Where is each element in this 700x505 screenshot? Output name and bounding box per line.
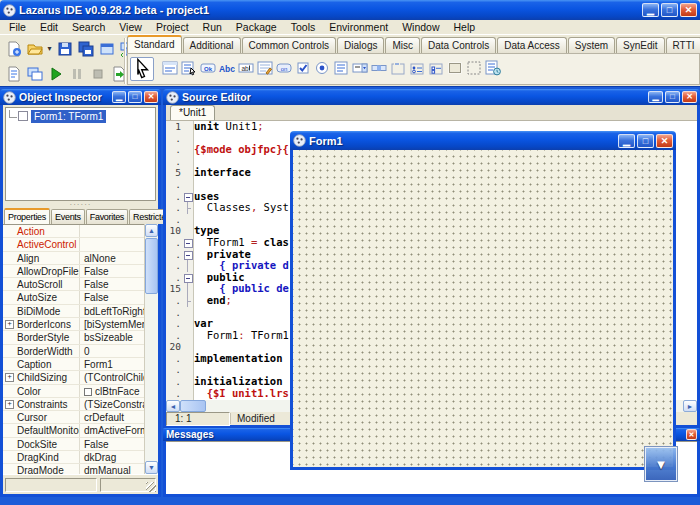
property-value[interactable]: bdLeftToRight bbox=[79, 305, 144, 317]
property-value[interactable]: False bbox=[79, 278, 144, 290]
menu-package[interactable]: Package bbox=[229, 21, 284, 33]
close-button[interactable]: ✕ bbox=[144, 91, 158, 103]
menu-window[interactable]: Window bbox=[395, 21, 446, 33]
menu-environment[interactable]: Environment bbox=[322, 21, 395, 33]
palette-tab-standard[interactable]: Standard bbox=[127, 35, 182, 53]
property-value[interactable] bbox=[79, 238, 144, 250]
component-tlistbox-icon[interactable] bbox=[331, 58, 350, 78]
component-tbutton-icon[interactable]: Ok bbox=[198, 58, 217, 78]
component-tframe-icon[interactable] bbox=[464, 58, 483, 78]
scroll-left-button[interactable]: ◄ bbox=[166, 400, 180, 412]
property-row-defaultmonitor[interactable]: DefaultMonitordmActiveForm bbox=[3, 424, 144, 437]
property-value[interactable]: False bbox=[79, 265, 144, 277]
component-tlabel-icon[interactable]: Abc bbox=[217, 58, 236, 78]
property-row-cursor[interactable]: CursorcrDefault bbox=[3, 411, 144, 424]
save-button[interactable] bbox=[54, 38, 75, 59]
expand-icon[interactable]: + bbox=[5, 373, 14, 382]
property-row-borderstyle[interactable]: BorderStylebsSizeable bbox=[3, 331, 144, 344]
component-tgroupbox-icon[interactable] bbox=[388, 58, 407, 78]
new-form-button[interactable] bbox=[96, 38, 117, 59]
scrollbar-thumb[interactable] bbox=[145, 238, 158, 294]
menu-file[interactable]: File bbox=[2, 21, 33, 33]
property-value[interactable]: [biSystemMenu,biM bbox=[79, 318, 144, 330]
new-unit-button[interactable] bbox=[3, 38, 24, 59]
close-button[interactable]: ✕ bbox=[680, 3, 697, 17]
maximize-button[interactable]: □ bbox=[665, 91, 680, 103]
property-row-caption[interactable]: CaptionForm1 bbox=[3, 358, 144, 371]
palette-tab-additional[interactable]: Additional bbox=[183, 37, 241, 53]
expand-icon[interactable]: + bbox=[5, 400, 14, 409]
palette-tab-rtti[interactable]: RTTI bbox=[666, 37, 700, 53]
object-inspector-titlebar[interactable]: Object Inspector ▁ □ ✕ bbox=[0, 89, 161, 105]
property-row-autoscroll[interactable]: AutoScrollFalse bbox=[3, 278, 144, 291]
property-row-borderwidth[interactable]: BorderWidth0 bbox=[3, 345, 144, 358]
component-tactionlist-icon[interactable] bbox=[483, 58, 502, 78]
selection-tool-button[interactable] bbox=[130, 57, 154, 81]
tab-unit1[interactable]: *Unit1 bbox=[170, 105, 215, 120]
component-tradiobutton-icon[interactable] bbox=[312, 58, 331, 78]
fold-marker-icon[interactable] bbox=[183, 191, 194, 203]
component-tedit-icon[interactable]: ab bbox=[236, 58, 255, 78]
property-row-dragmode[interactable]: DragModedmManual bbox=[3, 464, 144, 474]
component-tscrollbar-icon[interactable] bbox=[369, 58, 388, 78]
scrollbar-thumb[interactable] bbox=[180, 400, 206, 412]
scroll-up-button[interactable]: ▲ bbox=[145, 224, 158, 237]
property-value[interactable]: alNone bbox=[79, 252, 144, 264]
property-row-align[interactable]: AlignalNone bbox=[3, 252, 144, 265]
scroll-down-button[interactable]: ▼ bbox=[145, 461, 158, 474]
minimize-button[interactable]: ▁ bbox=[618, 134, 635, 148]
scroll-down-overlay-button[interactable]: ▼ bbox=[645, 447, 677, 481]
view-units-button[interactable] bbox=[3, 63, 24, 84]
property-value[interactable]: (TControlChildSizin bbox=[79, 371, 144, 383]
resize-grip[interactable] bbox=[146, 482, 156, 492]
view-forms-button[interactable] bbox=[24, 63, 45, 84]
run-button[interactable] bbox=[45, 63, 66, 84]
component-tcombobox-icon[interactable] bbox=[350, 58, 369, 78]
property-row-autosize[interactable]: AutoSizeFalse bbox=[3, 291, 144, 304]
property-row-childsizing[interactable]: ChildSizing+(TControlChildSizin bbox=[3, 371, 144, 384]
minimize-button[interactable]: ▁ bbox=[112, 91, 126, 103]
property-value[interactable]: bsSizeable bbox=[79, 331, 144, 343]
component-tree[interactable]: Form1: TForm1 bbox=[5, 107, 156, 201]
form1-titlebar[interactable]: Form1 ▁ □ ✕ bbox=[290, 131, 676, 150]
component-tcheckgroup-icon[interactable] bbox=[426, 58, 445, 78]
component-tradiogroup-icon[interactable] bbox=[407, 58, 426, 78]
oi-tab-events[interactable]: Events bbox=[51, 209, 85, 224]
oi-tab-favorites[interactable]: Favorites bbox=[86, 209, 128, 224]
fold-marker-icon[interactable] bbox=[183, 249, 194, 261]
oi-tab-properties[interactable]: Properties bbox=[4, 208, 50, 224]
maximize-button[interactable]: □ bbox=[661, 3, 678, 17]
palette-tab-system[interactable]: System bbox=[568, 37, 615, 53]
component-tpanel-icon[interactable] bbox=[445, 58, 464, 78]
close-button[interactable]: ✕ bbox=[686, 429, 697, 440]
menu-project[interactable]: Project bbox=[149, 21, 196, 33]
component-tmemo-icon[interactable] bbox=[255, 58, 274, 78]
property-grid[interactable]: ActionActiveControlAlignalNoneAllowDropF… bbox=[3, 224, 144, 474]
property-value[interactable]: False bbox=[79, 438, 144, 450]
form-design-surface[interactable] bbox=[293, 150, 673, 467]
palette-tab-data-controls[interactable]: Data Controls bbox=[421, 37, 496, 53]
maximize-button[interactable]: □ bbox=[128, 91, 142, 103]
menu-help[interactable]: Help bbox=[447, 21, 483, 33]
property-value[interactable]: 0 bbox=[79, 345, 144, 357]
component-tcheckbox-icon[interactable] bbox=[293, 58, 312, 78]
property-row-docksite[interactable]: DockSiteFalse bbox=[3, 438, 144, 451]
property-row-allowdropfiles[interactable]: AllowDropFilesFalse bbox=[3, 265, 144, 278]
property-value[interactable]: (TSizeConstraints) bbox=[79, 398, 144, 410]
save-all-button[interactable] bbox=[75, 38, 96, 59]
fold-marker-icon[interactable] bbox=[183, 272, 194, 284]
component-tmainmenu-icon[interactable] bbox=[160, 58, 179, 78]
fold-marker-icon[interactable] bbox=[183, 237, 194, 249]
close-button[interactable]: ✕ bbox=[656, 134, 673, 148]
property-row-constraints[interactable]: Constraints+(TSizeConstraints) bbox=[3, 398, 144, 411]
property-row-activecontrol[interactable]: ActiveControl bbox=[3, 238, 144, 251]
palette-tab-dialogs[interactable]: Dialogs bbox=[337, 37, 384, 53]
minimize-button[interactable]: ▁ bbox=[642, 3, 659, 17]
palette-tab-common-controls[interactable]: Common Controls bbox=[242, 37, 337, 53]
scroll-right-button[interactable]: ► bbox=[683, 400, 697, 412]
palette-tab-data-access[interactable]: Data Access bbox=[497, 37, 567, 53]
property-row-bidimode[interactable]: BiDiModebdLeftToRight bbox=[3, 305, 144, 318]
palette-tab-misc[interactable]: Misc bbox=[385, 37, 420, 53]
property-row-bordericons[interactable]: BorderIcons+[biSystemMenu,biM bbox=[3, 318, 144, 331]
source-editor-titlebar[interactable]: Source Editor ▁ □ ✕ bbox=[163, 89, 700, 105]
